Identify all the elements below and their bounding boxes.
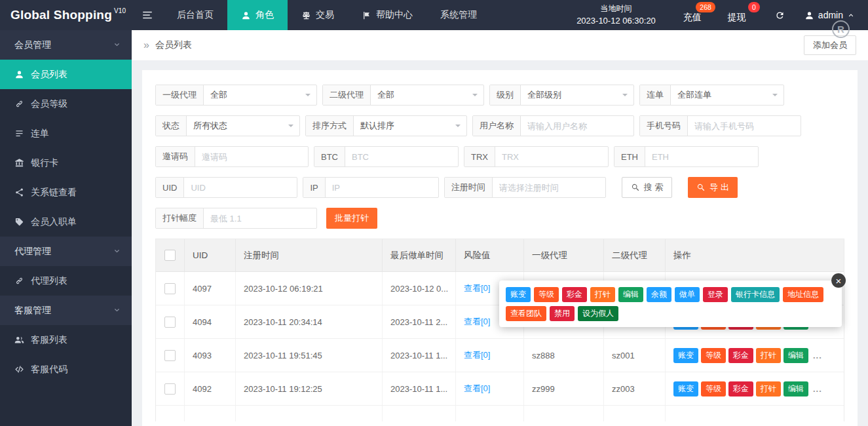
sidebar-item-icon: [14, 364, 24, 374]
risk-view-link[interactable]: 查看[0]: [464, 349, 490, 361]
filter-field[interactable]: [204, 208, 316, 228]
filter-select[interactable]: [688, 116, 801, 136]
sidebar-item-icon: [14, 158, 24, 168]
sidebar-item-label: 客服列表: [31, 334, 67, 346]
row-action-button[interactable]: 等级: [701, 348, 726, 363]
topbar-menu-item[interactable]: 帮助中心: [348, 0, 426, 30]
select-all-checkbox[interactable]: [164, 250, 176, 261]
row-action-button[interactable]: 编辑: [783, 348, 808, 363]
popup-action-button[interactable]: 余额: [647, 287, 671, 302]
refresh-button[interactable]: [763, 0, 797, 30]
sidebar-item[interactable]: 连单: [0, 119, 132, 148]
filter-input[interactable]: [645, 147, 758, 166]
filter-input[interactable]: [345, 147, 458, 166]
filter-group: 用户名称: [472, 115, 634, 136]
filter-select[interactable]: 全部: [371, 85, 483, 105]
filter-input[interactable]: [184, 178, 297, 197]
popup-action-button[interactable]: 设为假人: [578, 306, 618, 321]
more-actions-button[interactable]: ...: [813, 351, 822, 360]
popup-action-button[interactable]: 银行卡信息: [731, 287, 780, 302]
sidebar-item[interactable]: 银行卡: [0, 148, 132, 178]
topbar-menu-item[interactable]: 交易: [288, 0, 348, 30]
filter-select[interactable]: 全部: [204, 85, 316, 105]
filter-field[interactable]: [645, 147, 758, 166]
chevron-down-icon: [472, 94, 478, 99]
search-button[interactable]: 搜 索: [622, 177, 673, 198]
topbar-menu-item[interactable]: 系统管理: [426, 0, 491, 30]
filter-input[interactable]: [521, 116, 633, 136]
popup-action-button[interactable]: 查看团队: [506, 306, 546, 321]
filter-input[interactable]: [195, 147, 308, 166]
row-checkbox[interactable]: [164, 283, 176, 294]
popup-action-button[interactable]: 编辑: [618, 287, 643, 302]
row-checkbox[interactable]: [164, 383, 176, 395]
risk-view-link[interactable]: 查看[0]: [464, 383, 490, 395]
batch-inject-button[interactable]: 批量打针: [326, 208, 377, 229]
risk-view-link[interactable]: 查看[0]: [464, 316, 490, 328]
filter-field[interactable]: [495, 147, 608, 166]
filter-input[interactable]: [495, 147, 608, 166]
filter-input[interactable]: [326, 178, 438, 197]
popup-action-button[interactable]: 等级: [534, 287, 559, 302]
sidebar-item[interactable]: 会员列表: [0, 60, 132, 89]
popup-action-button[interactable]: 打针: [590, 287, 615, 302]
topbar-menu-item[interactable]: 后台首页: [163, 0, 227, 30]
filter-field[interactable]: [195, 147, 308, 166]
add-member-button[interactable]: 添加会员: [804, 35, 856, 55]
withdraw-button[interactable]: 提现 0: [719, 0, 763, 30]
row-action-button[interactable]: 账变: [673, 348, 698, 363]
popup-action-button[interactable]: 地址信息: [783, 287, 823, 302]
sidebar-toggle-button[interactable]: [132, 0, 163, 30]
close-icon[interactable]: ×: [831, 273, 846, 288]
popup-action-button[interactable]: 账变: [506, 287, 531, 302]
filter-label: TRX: [464, 147, 495, 166]
sidebar-item[interactable]: 客服管理: [0, 296, 132, 325]
menu-item-label: 后台首页: [177, 9, 214, 21]
row-action-button[interactable]: 等级: [701, 381, 726, 397]
sidebar-item-label: 关系链查看: [31, 187, 77, 199]
sidebar-item[interactable]: 客服列表: [0, 325, 132, 355]
sidebar-item[interactable]: 会员等级: [0, 89, 132, 119]
row-action-button[interactable]: 编辑: [783, 381, 808, 397]
row-action-button[interactable]: 账变: [673, 381, 698, 397]
header-registered: 注册时间: [236, 239, 383, 271]
popup-action-button[interactable]: 做单: [675, 287, 700, 302]
sidebar-item[interactable]: 关系链查看: [0, 178, 132, 207]
recharge-button[interactable]: 充值 268: [674, 0, 719, 30]
row-action-button[interactable]: 打针: [756, 348, 781, 363]
row-action-button[interactable]: 彩金: [728, 381, 753, 397]
sidebar-item[interactable]: 客服代码: [0, 355, 132, 384]
popup-action-button[interactable]: 登录: [703, 287, 728, 302]
filter-field[interactable]: [345, 147, 458, 166]
more-actions-button[interactable]: ...: [813, 384, 822, 394]
cell-registered: 2023-10-11 20:34:14: [236, 305, 383, 338]
sidebar-item[interactable]: 代理管理: [0, 237, 132, 266]
row-action-button[interactable]: 彩金: [728, 348, 753, 363]
filter-select[interactable]: [521, 116, 633, 136]
filter-select[interactable]: 默认排序: [354, 116, 466, 136]
filter-field[interactable]: [493, 178, 605, 197]
sidebar-item[interactable]: 会员入职单: [0, 207, 132, 237]
filter-row-3: 邀请码 BTC: [155, 146, 844, 167]
sidebar-item[interactable]: 代理列表: [0, 266, 132, 296]
filter-select[interactable]: 所有状态: [187, 116, 299, 136]
filter-row-1: 一级代理 全部 二级代理 全部: [155, 85, 844, 106]
topbar-menu-item[interactable]: 角色: [227, 0, 288, 30]
filter-select[interactable]: 全部级别: [521, 85, 633, 105]
filter-label: 手机号码: [640, 116, 688, 136]
risk-view-link[interactable]: 查看[0]: [464, 282, 490, 294]
row-checkbox[interactable]: [164, 350, 176, 361]
filter-input[interactable]: [688, 116, 801, 136]
filter-field[interactable]: [184, 178, 297, 197]
sidebar-item[interactable]: 会员管理: [0, 30, 132, 60]
row-action-button[interactable]: 打针: [756, 381, 781, 397]
popup-action-button[interactable]: 禁用: [550, 306, 575, 321]
export-button[interactable]: 导 出: [688, 177, 738, 198]
filter-select[interactable]: 全部连单: [671, 85, 783, 105]
filter-field[interactable]: [326, 178, 438, 197]
needle-range-input[interactable]: [204, 208, 316, 228]
filter-input[interactable]: [493, 178, 605, 197]
popup-action-button[interactable]: 彩金: [562, 287, 587, 302]
row-checkbox[interactable]: [164, 317, 176, 328]
chevron-up-icon: [847, 11, 855, 19]
